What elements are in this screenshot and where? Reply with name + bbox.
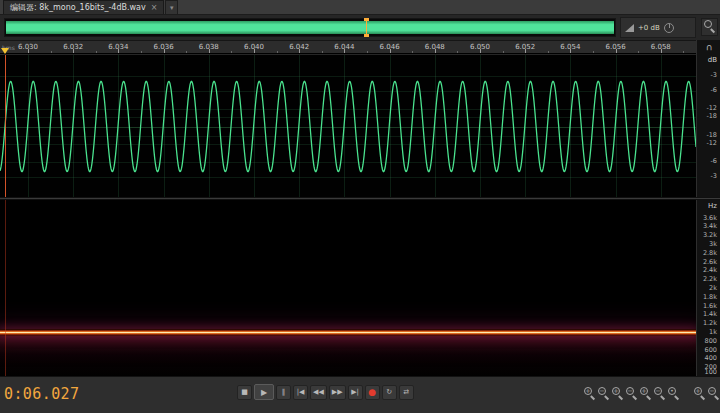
- db-scale-label: -18: [706, 131, 717, 139]
- loop-playback-button[interactable]: ↻: [382, 385, 397, 400]
- hz-scale-label: 1.4k: [703, 310, 717, 318]
- hz-scale-label: 2.6k: [703, 258, 717, 266]
- pause-button[interactable]: ‖: [276, 385, 291, 400]
- ruler-tick-minor: [367, 51, 368, 53]
- db-scale-label: -12: [706, 104, 717, 112]
- magnifier-handle-icon: [604, 395, 609, 400]
- spectral-display[interactable]: [0, 200, 696, 376]
- overview-row: +0 dB: [0, 15, 720, 40]
- hz-scale-label: 400: [705, 354, 717, 362]
- magnifier-icon: •: [668, 387, 676, 395]
- ruler-tick-minor: [231, 51, 232, 53]
- magnifier-icon: −: [708, 387, 716, 395]
- ruler-tick-major: [73, 49, 74, 53]
- magnifier-handle-icon: [646, 395, 651, 400]
- tab-bar: 编辑器: 8k_mono_16bits_-4dB.wav × ▾: [0, 0, 720, 15]
- ruler-tick-major: [28, 49, 29, 53]
- playhead-line[interactable]: [5, 55, 6, 197]
- spectral-noise-floor: [0, 335, 696, 377]
- hz-scale-label: 1.6k: [703, 302, 717, 310]
- ruler-tick-major: [299, 49, 300, 53]
- hz-scale-label: 2.2k: [703, 275, 717, 283]
- time-display[interactable]: 0:06.027: [4, 385, 79, 403]
- ruler-tick-major: [525, 49, 526, 53]
- editor-tab[interactable]: 编辑器: 8k_mono_16bits_-4dB.wav ×: [3, 0, 164, 14]
- fast-forward-button[interactable]: ▶▶: [329, 385, 346, 400]
- status-bar: 0:06.027 ■▶‖|◀◀◀▶▶▶|●↻⇄ +−+−+−• +−: [0, 376, 720, 413]
- ruler-tick-major: [435, 49, 436, 53]
- hz-scale-label: 3.4k: [703, 222, 717, 230]
- zoom-full-button[interactable]: −: [706, 386, 719, 400]
- stop-button[interactable]: ■: [237, 385, 252, 400]
- skip-selection-button[interactable]: ⇄: [399, 385, 414, 400]
- zoom-in-vertical-button[interactable]: +: [638, 386, 651, 400]
- headphones-icon[interactable]: ∩: [702, 41, 716, 53]
- magnifier-icon: +: [640, 387, 648, 395]
- tab-close-icon[interactable]: ×: [151, 3, 158, 12]
- amplitude-scale[interactable]: dB -3-3-6-6-12-12-18-18: [696, 54, 720, 197]
- ruler-tick-minor: [322, 51, 323, 53]
- ruler-tick-minor: [412, 51, 413, 53]
- zoom-out-horizontal-button[interactable]: −: [624, 386, 637, 400]
- magnifier-icon: −: [626, 387, 634, 395]
- skip-to-start-button[interactable]: |◀: [293, 385, 308, 400]
- magnifier-icon: [704, 20, 712, 28]
- ruler-tick-major: [570, 49, 571, 53]
- ruler-tick-major: [390, 49, 391, 53]
- play-button[interactable]: ▶: [254, 384, 274, 400]
- ruler-tick-major: [118, 49, 119, 53]
- gain-value[interactable]: +0 dB: [638, 24, 660, 32]
- magnifier-icon: +: [612, 387, 620, 395]
- hz-unit-label: Hz: [708, 202, 717, 210]
- magnifier-handle-icon: [674, 395, 679, 400]
- navigator-zoom-button[interactable]: [701, 18, 718, 36]
- magnifier-icon: +: [694, 387, 702, 395]
- ruler-tick-major: [661, 49, 662, 53]
- ruler-tick-minor: [683, 51, 684, 53]
- gain-knob-icon[interactable]: [664, 23, 674, 33]
- magnifier-handle-icon: [590, 395, 595, 400]
- hz-scale-label: 1k: [709, 328, 717, 336]
- ruler-tick-minor: [96, 51, 97, 53]
- ruler-tick-minor: [503, 51, 504, 53]
- ruler-tick-minor: [141, 51, 142, 53]
- hz-scale-label: 3.2k: [703, 231, 717, 239]
- level-controls: +0 dB: [620, 17, 696, 38]
- zoom-to-selection-button[interactable]: +: [692, 386, 705, 400]
- playhead-handle[interactable]: [1, 48, 9, 54]
- db-scale-label: -12: [706, 139, 717, 147]
- magnifier-icon: −: [598, 387, 606, 395]
- db-scale-label: -6: [711, 157, 717, 165]
- skip-to-end-button[interactable]: ▶|: [348, 385, 363, 400]
- record-button[interactable]: ●: [365, 385, 380, 400]
- rewind-button[interactable]: ◀◀: [310, 385, 327, 400]
- magnifier-handle-icon: [710, 28, 715, 33]
- hz-scale-label: 3.6k: [703, 214, 717, 222]
- hz-scale-label: 600: [705, 346, 717, 354]
- zoom-out-vertical-button[interactable]: −: [652, 386, 665, 400]
- hz-scale-label: 2.8k: [703, 249, 717, 257]
- panel-menu-icon[interactable]: ▾: [165, 0, 178, 14]
- ruler-tick-major: [164, 49, 165, 53]
- zoom-in-button[interactable]: +: [582, 386, 595, 400]
- hz-scale-label: 3k: [709, 240, 717, 248]
- ruler-tick-minor: [457, 51, 458, 53]
- waveform-display[interactable]: [0, 54, 696, 197]
- timeline-ruler[interactable]: hms 6.0306.0326.0346.0366.0386.0406.0426…: [0, 40, 696, 54]
- magnifier-handle-icon: [660, 395, 665, 400]
- overview-playhead[interactable]: [366, 19, 367, 36]
- editor-tab-title: 编辑器: 8k_mono_16bits_-4dB.wav: [10, 2, 146, 13]
- magnifier-handle-icon: [632, 395, 637, 400]
- zoom-out-button[interactable]: −: [596, 386, 609, 400]
- db-scale-label: -3: [711, 71, 717, 79]
- overview-navigator[interactable]: [4, 18, 616, 37]
- zoom-controls: +−+−+−•: [582, 386, 679, 400]
- magnifier-icon: +: [584, 387, 592, 395]
- frequency-scale[interactable]: Hz 3.6k3.4k3.2k3k2.8k2.6k2.4k2.2k2k1.8k1…: [696, 200, 720, 376]
- zoom-in-horizontal-button[interactable]: +: [610, 386, 623, 400]
- zoom-reset-button[interactable]: •: [666, 386, 679, 400]
- ruler-tick-minor: [548, 51, 549, 53]
- ruler-tick-minor: [277, 51, 278, 53]
- playhead-line-spectral: [5, 200, 6, 376]
- db-scale-label: -6: [711, 86, 717, 94]
